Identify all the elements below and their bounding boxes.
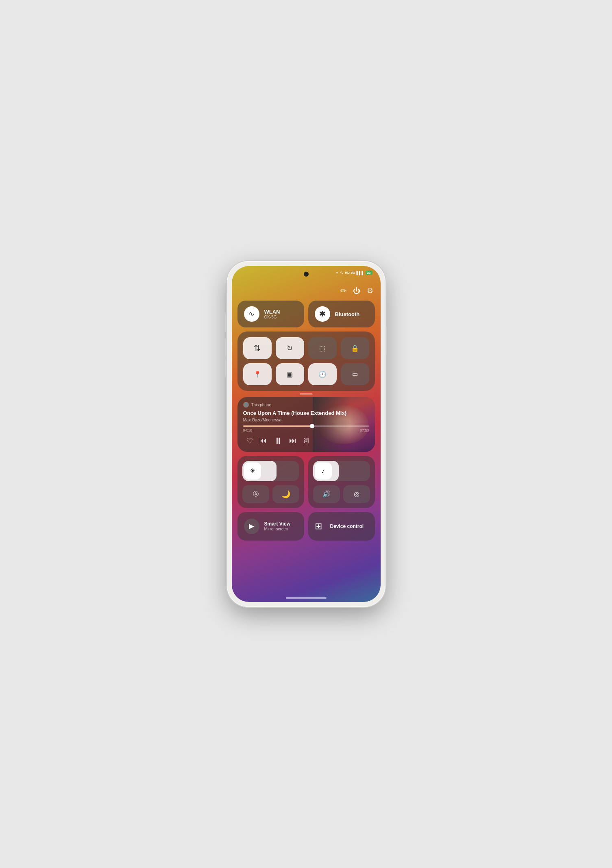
sliders-row: ☀ Ⓐ 🌙	[237, 456, 375, 508]
vibrate-icon: ◎	[354, 490, 359, 498]
top-controls: ✏ ⏻ ⚙	[340, 286, 373, 295]
toggle-cast[interactable]: ▭	[341, 363, 369, 385]
screenshot-icon: ⬚	[319, 345, 325, 352]
toggle-lock-rotate[interactable]: 🔒	[341, 337, 369, 359]
phone-screen: ✦ ∿ HD 5G ▌▌▌ 23 ✏ ⏻ ⚙ ∿	[232, 266, 381, 602]
auto-brightness-button[interactable]: Ⓐ	[242, 485, 269, 503]
smart-view-tile[interactable]: ▶ Smart View Mirror screen	[237, 512, 304, 541]
media-total-time: 07:53	[360, 428, 369, 432]
wifi-icon-circle: ∿	[244, 306, 259, 322]
location-icon: 📍	[253, 371, 261, 378]
smart-view-sublabel: Mirror screen	[264, 527, 290, 531]
device-control-tile[interactable]: ⊞ Device control	[308, 512, 375, 541]
device-control-label: Device control	[330, 523, 364, 529]
smart-view-icon: ▶	[249, 522, 254, 530]
bluetooth-icon-circle: ✱	[315, 306, 330, 322]
brightness-tile: ☀ Ⓐ 🌙	[237, 456, 304, 508]
network-label: 5G	[351, 271, 355, 275]
bluetooth-text: Bluetooth	[335, 311, 360, 317]
lock-rotate-icon: 🔒	[351, 345, 359, 352]
toggle-dolby[interactable]: ▣	[276, 363, 304, 385]
volume-thumb: ♪	[315, 462, 332, 480]
phone-device: ✦ ∿ HD 5G ▌▌▌ 23 ✏ ⏻ ⚙ ∿	[227, 261, 385, 607]
sync-icon: ↻	[287, 344, 293, 353]
media-current-time: 04:10	[243, 428, 253, 432]
next-button[interactable]: ⏭	[289, 436, 296, 445]
bluetooth-label: Bluetooth	[335, 311, 360, 317]
volume-tile: ♪ 🔊 ◎	[308, 456, 375, 508]
prev-button[interactable]: ⏮	[259, 436, 267, 445]
media-controls: ♡ ⏮ ⏸ ⏭ 词	[243, 436, 369, 446]
wifi-status-icon: ∿	[340, 270, 344, 275]
quick-toggles-grid: ⇅ ↻ ⬚ 🔒 📍 ▣ 🕐	[237, 331, 375, 391]
brightness-secondary-btns: Ⓐ 🌙	[242, 485, 299, 503]
volume-slider[interactable]: ♪	[313, 461, 370, 481]
night-mode-button[interactable]: 🌙	[272, 485, 299, 503]
toggle-timer[interactable]: 🕐	[308, 363, 337, 385]
media-source: 🌐 This phone	[243, 402, 369, 408]
toggle-sync[interactable]: ↻	[276, 337, 304, 359]
play-pause-button[interactable]: ⏸	[274, 436, 283, 446]
device-control-text: Device control	[330, 523, 364, 529]
media-source-label: This phone	[251, 403, 271, 407]
smart-view-text: Smart View Mirror screen	[264, 521, 290, 531]
smart-view-label: Smart View	[264, 521, 290, 527]
bluetooth-icon: ✱	[319, 310, 325, 318]
wifi-tile[interactable]: ∿ WLAN OK-5G	[237, 301, 304, 327]
timer-icon: 🕐	[318, 371, 327, 378]
signal-bars: ▌▌▌	[356, 271, 364, 275]
media-content: 🌐 This phone Once Upon A Time (House Ext…	[237, 397, 375, 452]
bluetooth-tile[interactable]: ✱ Bluetooth	[308, 301, 375, 327]
like-button[interactable]: ♡	[246, 436, 253, 445]
bottom-tiles-row: ▶ Smart View Mirror screen ⊞ Device cont…	[237, 512, 375, 541]
status-bar: ✦ ∿ HD 5G ▌▌▌ 23	[335, 270, 372, 275]
control-center: ∿ WLAN OK-5G ✱ Bluetooth	[237, 301, 375, 590]
media-times: 04:10 07:53	[243, 428, 369, 432]
wifi-icon: ∿	[248, 310, 255, 318]
home-bar	[286, 597, 327, 599]
hd-label: HD	[345, 271, 350, 275]
scroll-indicator	[237, 393, 375, 395]
status-icons: ✦ ∿ HD 5G ▌▌▌ 23	[335, 270, 372, 275]
settings-button[interactable]: ⚙	[367, 286, 373, 295]
scroll-dot	[300, 393, 313, 395]
vibrate-button[interactable]: ◎	[343, 485, 370, 503]
media-progress-bar	[243, 425, 369, 427]
wifi-sublabel: OK-5G	[264, 315, 280, 319]
brightness-thumb: ☀	[244, 462, 261, 480]
connectivity-row: ∿ WLAN OK-5G ✱ Bluetooth	[237, 301, 375, 327]
media-title: Once Upon A Time (House Extended Mix)	[243, 410, 369, 417]
night-mode-icon: 🌙	[281, 490, 290, 499]
media-progress-container[interactable]	[243, 425, 369, 427]
toggle-data-transfer[interactable]: ⇅	[243, 337, 272, 359]
volume-icon: ♪	[322, 467, 325, 475]
data-transfer-icon: ⇅	[254, 343, 261, 353]
volume-secondary-btns: 🔊 ◎	[313, 485, 370, 503]
power-button[interactable]: ⏻	[353, 287, 360, 295]
wifi-label: WLAN	[264, 309, 280, 315]
media-player: 🌐 This phone Once Upon A Time (House Ext…	[237, 397, 375, 452]
lyrics-button[interactable]: 词	[303, 437, 309, 445]
wifi-text: WLAN OK-5G	[264, 309, 280, 319]
media-artist: Max Oazo/Moonessa	[243, 418, 369, 422]
media-progress-fill	[243, 425, 313, 427]
device-control-icon: ⊞	[315, 521, 322, 532]
bluetooth-status-icon: ✦	[335, 271, 339, 275]
toggle-screenshot[interactable]: ⬚	[308, 337, 337, 359]
front-camera	[304, 272, 309, 277]
auto-brightness-icon: Ⓐ	[253, 491, 259, 498]
brightness-icon: ☀	[250, 467, 255, 475]
edit-button[interactable]: ✏	[340, 286, 346, 295]
smart-view-icon-circle: ▶	[244, 519, 259, 534]
brightness-slider[interactable]: ☀	[242, 461, 299, 481]
toggle-location[interactable]: 📍	[243, 363, 272, 385]
sound-icon: 🔊	[322, 490, 331, 498]
battery-badge: 23	[366, 270, 372, 275]
media-source-icon: 🌐	[243, 402, 249, 408]
dolby-icon: ▣	[287, 371, 293, 378]
cast-icon: ▭	[352, 371, 358, 378]
sound-button[interactable]: 🔊	[313, 485, 340, 503]
